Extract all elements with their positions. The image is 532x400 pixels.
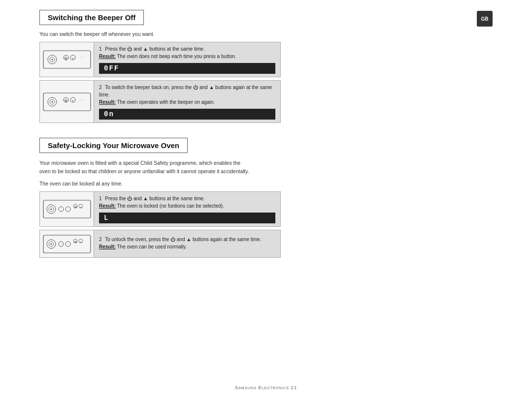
lock-step1-result-text: The oven is locked (no funtions can be s… <box>117 203 224 209</box>
section1-step2-block: ⏻ ▲ ··· 2 To switch the beeper back on, … <box>39 80 281 123</box>
step2-number: 2 <box>99 85 102 90</box>
svg-rect-28 <box>43 235 91 253</box>
section2-step1-oven: ⏻ ▲ <box>40 192 94 226</box>
section2-body1: Your microwave oven is fitted with a spe… <box>39 159 251 176</box>
lock-step2-number: 2 <box>99 237 102 242</box>
lock-step2-result-text: The oven can be used normally. <box>117 244 187 249</box>
section2-step1-right: 1 Press the ⏻ and ▲ buttons at the same … <box>94 192 280 226</box>
step1-result-text: The oven does not beep each time you pre… <box>117 54 236 59</box>
section2-step1-block: ⏻ ▲ 1 Press the ⏻ and ▲ buttons at the s… <box>39 191 281 227</box>
section2-step2-oven: ⏻ ▲ <box>40 230 94 257</box>
section2-step2-right: 2 To unlock the oven, press the ⏻ and ▲ … <box>94 230 280 257</box>
section1-step1-right: 1 Press the ⏻ and ▲ buttons at the same … <box>94 42 280 77</box>
oven-diagram-3: ⏻ ▲ <box>42 198 92 220</box>
footer: Samsung Electronics 21 <box>0 385 532 390</box>
svg-point-33 <box>66 242 70 246</box>
lock-step2-result-label: Result: <box>99 244 116 249</box>
section1-step1-text: 1 Press the ⏻ and ▲ buttons at the same … <box>99 45 275 60</box>
section1-step1-display: 0FF <box>99 63 275 74</box>
svg-point-12 <box>51 101 53 102</box>
section2: Safety-Locking Your Microwave Oven Your … <box>39 138 493 258</box>
svg-point-32 <box>59 242 64 246</box>
step2-result-text: The oven operates with the beeper on aga… <box>117 99 215 105</box>
section1-step2-display: 0n <box>99 109 275 120</box>
section1-step1-block: ⏻ ▲ ··· 1 Press the ⏻ and ▲ buttons at t… <box>39 42 281 77</box>
section1-step2-text: 2 To switch the beeper back on, press th… <box>99 84 275 106</box>
section2-title: Safety-Locking Your Microwave Oven <box>39 138 188 153</box>
section2-body2: The oven can be locked at any time. <box>39 180 251 188</box>
svg-point-21 <box>50 209 52 210</box>
svg-point-3 <box>51 59 53 61</box>
svg-text:▲: ▲ <box>71 57 74 60</box>
section1-step1-oven: ⏻ ▲ ··· <box>40 42 94 77</box>
svg-text:▲: ▲ <box>71 99 74 102</box>
lock-step1-result-label: Result: <box>99 203 116 209</box>
svg-text:▲: ▲ <box>80 241 82 243</box>
section2-step2-block: ⏻ ▲ 2 To unlock the oven, press the ⏻ an… <box>39 230 281 258</box>
lock-step1-number: 1 <box>99 196 102 201</box>
svg-rect-9 <box>43 93 91 111</box>
section2-step1-display: L <box>99 213 275 223</box>
oven-diagram-2: ⏻ ▲ ··· <box>42 91 92 113</box>
gb-badge: GB <box>477 11 493 27</box>
svg-text:···: ··· <box>81 56 84 59</box>
svg-text:···: ··· <box>81 98 84 101</box>
oven-diagram-4: ⏻ ▲ <box>42 233 92 255</box>
page: GB Switching the Beeper Off You can swit… <box>0 0 532 400</box>
section2-step1-text: 1 Press the ⏻ and ▲ buttons at the same … <box>99 195 275 210</box>
svg-point-22 <box>59 207 64 212</box>
step1-result-label: Result: <box>99 54 116 59</box>
svg-text:⏻: ⏻ <box>74 240 76 243</box>
svg-rect-18 <box>43 200 91 218</box>
section1-step2-oven: ⏻ ▲ ··· <box>40 81 94 123</box>
section1-title: Switching the Beeper Off <box>39 10 144 25</box>
step2-result-label: Result: <box>99 99 116 105</box>
section1: Switching the Beeper Off You can switch … <box>39 10 493 123</box>
svg-text:▲: ▲ <box>80 206 82 208</box>
svg-text:⏻: ⏻ <box>74 205 76 208</box>
section2-step2-text: 2 To unlock the oven, press the ⏻ and ▲ … <box>99 236 275 250</box>
section1-intro: You can switch the beeper off whenever y… <box>39 31 493 37</box>
svg-point-31 <box>50 243 52 245</box>
svg-text:⏻: ⏻ <box>65 57 67 60</box>
svg-text:⏻: ⏻ <box>65 99 67 102</box>
section1-step2-right: 2 To switch the beeper back on, press th… <box>94 81 280 123</box>
svg-point-23 <box>66 207 70 212</box>
oven-diagram-1: ⏻ ▲ ··· <box>42 49 92 70</box>
svg-rect-0 <box>43 51 91 68</box>
step1-number: 1 <box>99 46 102 52</box>
